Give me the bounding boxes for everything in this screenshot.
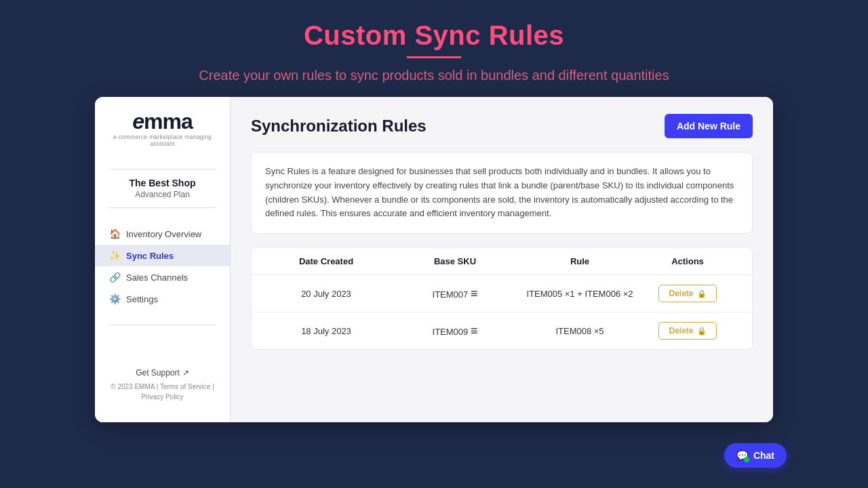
divider-bottom [108,325,216,325]
sidebar-item-inventory[interactable]: 🏠 Inventory Overview [95,223,230,245]
divider-top [108,169,216,169]
nav-menu: 🏠 Inventory Overview ✨ Sync Rules 🔗 Sale… [95,216,230,317]
sidebar-bottom: Get Support ↗ © 2023 EMMA | Terms of Ser… [104,361,220,409]
sidebar-item-sync-rules[interactable]: ✨ Sync Rules [95,245,230,266]
privacy-link[interactable]: Privacy Policy [141,393,183,401]
row2-rule: ITEM008 ×5 [523,326,637,336]
get-support-link[interactable]: Get Support ↗ [111,368,214,378]
table-row: 18 July 2023 ITEM009 ≡ ITEM008 ×5 Delete… [252,312,752,349]
logo: emma [105,110,220,132]
page-title: Custom Sync Rules [199,20,669,51]
row1-rule-text: ITEM005 ×1 + ITEM006 ×2 [526,289,633,299]
get-support-label: Get Support [136,368,180,378]
trash-icon-row1: 🔒 [697,289,707,298]
shop-plan: Advanced Plan [129,190,195,199]
external-link-icon: ↗ [182,368,189,378]
sidebar: emma e-commerce marketplace managing ass… [95,97,231,422]
row2-base-sku: ITEM009 ≡ [387,324,523,338]
shop-name: The Best Shop [129,178,195,188]
row1-base-sku: ITEM007 ≡ [387,287,523,301]
row2-actions: Delete 🔒 [637,322,738,340]
delete-label-row2: Delete [669,326,693,336]
logo-container: emma e-commerce marketplace managing ass… [95,110,230,147]
sales-channels-icon: 🔗 [108,272,121,283]
nav-sync-rules-label: Sync Rules [126,251,174,261]
terms-link[interactable]: Terms of Service [160,383,210,390]
content-title: Synchronization Rules [251,117,427,136]
app-body: emma e-commerce marketplace managing ass… [95,97,773,422]
chat-label: Chat [753,450,774,461]
settings-icon: ⚙️ [108,293,121,304]
divider-mid [108,207,216,208]
page-subtitle: Create your own rules to sync products s… [199,68,669,83]
logo-tagline: e-commerce marketplace managing assistan… [105,134,220,147]
inventory-icon: 🏠 [108,228,121,239]
footer-links: © 2023 EMMA | Terms of Service | Privacy… [111,382,214,402]
shop-info: The Best Shop Advanced Plan [129,178,195,199]
chat-icon-wrapper: 💬 [736,450,748,461]
row1-rule: ITEM005 ×1 + ITEM006 ×2 [523,289,637,299]
chat-button[interactable]: 💬 Chat [724,443,787,468]
row1-actions: Delete 🔒 [637,285,738,302]
copyright-text: © 2023 EMMA [111,383,155,390]
table-header: Date Created Base SKU Rule Actions [252,248,752,275]
nav-inventory-label: Inventory Overview [126,229,201,239]
info-box: Sync Rules is a feature designed for bus… [251,152,753,234]
delete-button-row2[interactable]: Delete 🔒 [658,322,716,340]
content-header: Synchronization Rules Add New Rule [251,114,753,138]
add-new-rule-button[interactable]: Add New Rule [665,114,753,138]
app-window: emma e-commerce marketplace managing ass… [95,97,773,422]
col-base-sku: Base SKU [387,256,523,266]
info-text: Sync Rules is a feature designed for bus… [265,165,738,221]
row2-rule-text: ITEM008 ×5 [555,326,604,336]
row1-date: 20 July 2023 [265,289,387,299]
col-actions: Actions [637,256,738,266]
sidebar-item-settings[interactable]: ⚙️ Settings [95,288,230,310]
delete-button-row1[interactable]: Delete 🔒 [658,285,716,302]
sync-rules-icon: ✨ [108,250,121,261]
delete-label-row1: Delete [669,289,693,298]
nav-sales-channels-label: Sales Channels [126,272,188,283]
nav-settings-label: Settings [126,294,158,304]
col-rule: Rule [523,256,637,266]
page-header: Custom Sync Rules Create your own rules … [199,20,669,83]
chat-online-dot [744,457,749,462]
title-underline [407,56,461,58]
row2-date: 18 July 2023 [265,326,387,336]
col-date: Date Created [265,256,387,266]
rules-table: Date Created Base SKU Rule Actions 20 Ju… [251,247,753,350]
main-content: Synchronization Rules Add New Rule Sync … [231,97,773,422]
sidebar-item-sales-channels[interactable]: 🔗 Sales Channels [95,266,230,288]
table-row: 20 July 2023 ITEM007 ≡ ITEM005 ×1 + ITEM… [252,275,752,312]
trash-icon-row2: 🔒 [697,327,707,336]
